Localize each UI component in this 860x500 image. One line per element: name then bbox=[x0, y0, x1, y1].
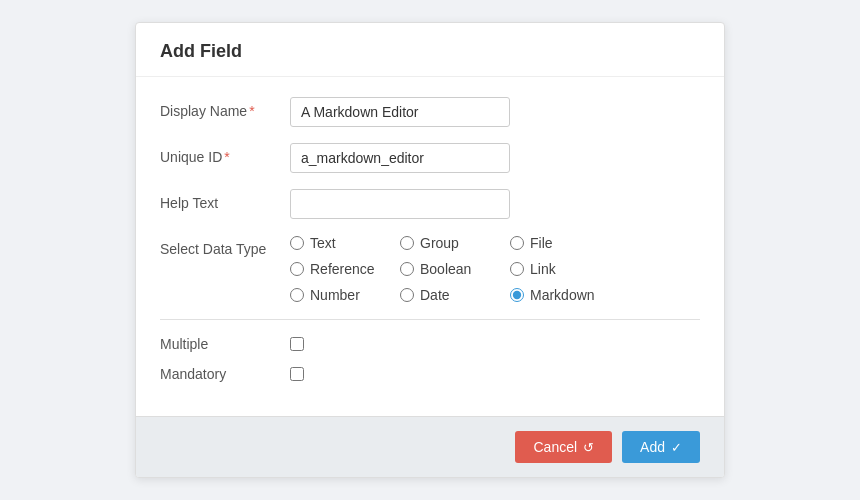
multiple-checkbox[interactable] bbox=[290, 337, 304, 351]
cancel-label: Cancel bbox=[533, 439, 577, 455]
data-type-options: Text Group File Reference bbox=[290, 235, 700, 303]
display-name-input-wrapper bbox=[290, 97, 700, 127]
cancel-icon: ↺ bbox=[583, 440, 594, 455]
unique-id-input[interactable] bbox=[290, 143, 510, 173]
radio-text[interactable]: Text bbox=[290, 235, 400, 251]
help-text-input[interactable] bbox=[290, 189, 510, 219]
add-field-modal: Add Field Display Name* Unique ID* Help … bbox=[135, 22, 725, 478]
radio-boolean[interactable]: Boolean bbox=[400, 261, 510, 277]
radio-file[interactable]: File bbox=[510, 235, 620, 251]
modal-footer: Cancel ↺ Add ✓ bbox=[136, 416, 724, 477]
data-type-label: Select Data Type bbox=[160, 235, 290, 257]
multiple-row: Multiple bbox=[160, 336, 700, 352]
display-name-label: Display Name* bbox=[160, 97, 290, 119]
help-text-input-wrapper bbox=[290, 189, 700, 219]
modal-header: Add Field bbox=[136, 23, 724, 77]
add-icon: ✓ bbox=[671, 440, 682, 455]
modal-body: Display Name* Unique ID* Help Text Selec… bbox=[136, 77, 724, 416]
radio-date[interactable]: Date bbox=[400, 287, 510, 303]
mandatory-label: Mandatory bbox=[160, 366, 290, 382]
cancel-button[interactable]: Cancel ↺ bbox=[515, 431, 612, 463]
display-name-input[interactable] bbox=[290, 97, 510, 127]
unique-id-row: Unique ID* bbox=[160, 143, 700, 173]
radio-reference[interactable]: Reference bbox=[290, 261, 400, 277]
display-name-row: Display Name* bbox=[160, 97, 700, 127]
radio-group[interactable]: Group bbox=[400, 235, 510, 251]
mandatory-checkbox[interactable] bbox=[290, 367, 304, 381]
radio-number[interactable]: Number bbox=[290, 287, 400, 303]
help-text-label: Help Text bbox=[160, 189, 290, 211]
unique-id-input-wrapper bbox=[290, 143, 700, 173]
mandatory-row: Mandatory bbox=[160, 366, 700, 382]
add-label: Add bbox=[640, 439, 665, 455]
divider bbox=[160, 319, 700, 320]
add-button[interactable]: Add ✓ bbox=[622, 431, 700, 463]
help-text-row: Help Text bbox=[160, 189, 700, 219]
multiple-label: Multiple bbox=[160, 336, 290, 352]
data-type-grid: Text Group File Reference bbox=[290, 235, 700, 303]
radio-link[interactable]: Link bbox=[510, 261, 620, 277]
unique-id-label: Unique ID* bbox=[160, 143, 290, 165]
data-type-row: Select Data Type Text Group File bbox=[160, 235, 700, 303]
modal-title: Add Field bbox=[160, 41, 700, 62]
radio-markdown[interactable]: Markdown bbox=[510, 287, 620, 303]
